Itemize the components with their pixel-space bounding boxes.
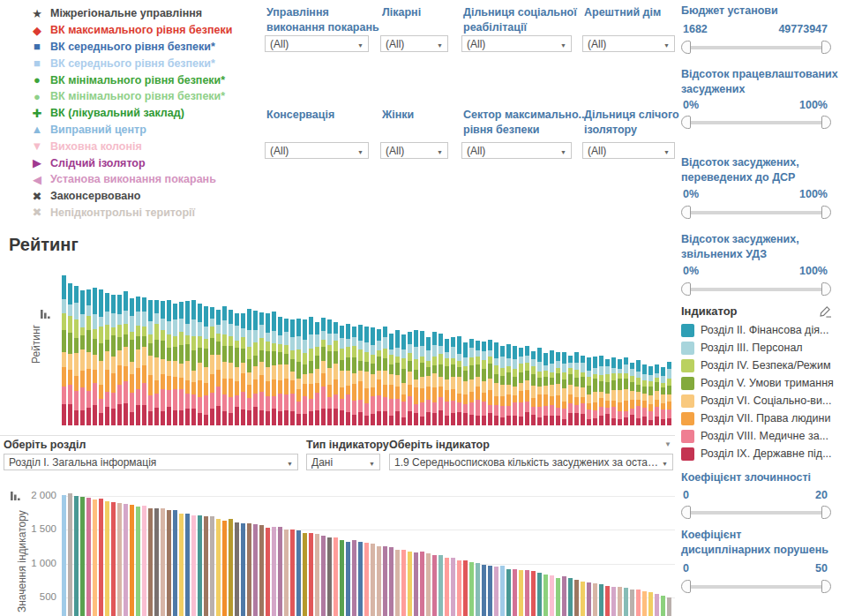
rating-bar[interactable] <box>191 300 196 425</box>
indicator-bar[interactable] <box>117 503 122 616</box>
indicator-bar[interactable] <box>222 521 227 616</box>
rating-bar[interactable] <box>334 322 338 425</box>
rating-bar[interactable] <box>642 364 647 425</box>
rating-bar[interactable] <box>105 293 109 425</box>
indicator-bar[interactable] <box>315 534 319 616</box>
legend-item[interactable]: ●ВК мінімального рівня безпеки* <box>30 71 261 88</box>
indicator-bar[interactable] <box>204 516 208 616</box>
rating-bar[interactable] <box>93 288 97 425</box>
rating-bar[interactable] <box>469 339 474 425</box>
indicator-bar[interactable] <box>611 587 616 616</box>
indicator-bar[interactable] <box>426 553 431 616</box>
rating-bar[interactable] <box>185 301 190 425</box>
rating-bar[interactable] <box>476 341 480 425</box>
rating-bar[interactable] <box>445 339 449 425</box>
range-slider[interactable] <box>681 41 831 55</box>
indicator-bar[interactable] <box>216 519 221 616</box>
rating-bar[interactable] <box>86 289 91 425</box>
rating-bar[interactable] <box>543 353 548 425</box>
indicator-bar[interactable] <box>371 544 375 616</box>
rating-bar[interactable] <box>531 351 536 425</box>
indicator-legend-item[interactable]: Розділ III. Персонал <box>681 339 842 357</box>
slider-max-handle[interactable] <box>821 506 831 519</box>
rating-bar[interactable] <box>401 334 406 425</box>
indicator-bar[interactable] <box>377 546 381 616</box>
sort-icon[interactable] <box>11 491 21 501</box>
rating-bar[interactable] <box>315 322 319 425</box>
indicator-bar[interactable] <box>519 570 523 616</box>
rating-bar[interactable] <box>111 295 116 425</box>
rating-bar[interactable] <box>426 337 431 425</box>
rating-bar[interactable] <box>130 298 134 425</box>
indicator-bar[interactable] <box>235 522 239 616</box>
rating-bar[interactable] <box>74 286 79 425</box>
rating-bar[interactable] <box>574 352 579 425</box>
rating-bar[interactable] <box>420 331 424 425</box>
indicator-bar[interactable] <box>296 530 301 616</box>
legend-item[interactable]: ●ВК мінімального рівня безпеки* <box>30 88 261 105</box>
indicator-bar[interactable] <box>605 586 610 616</box>
indicator-bar[interactable] <box>74 496 79 616</box>
sort-icon[interactable] <box>41 309 51 319</box>
rating-bar[interactable] <box>346 324 350 425</box>
legend-item[interactable]: ◀Установа виконання покарань <box>30 171 261 188</box>
indicator-bar[interactable] <box>154 508 159 616</box>
rating-bar[interactable] <box>432 332 437 425</box>
rating-bar[interactable] <box>451 337 455 425</box>
rating-bar[interactable] <box>550 350 554 425</box>
indicator-legend-item[interactable]: Розділ IX. Державне під... <box>681 445 842 462</box>
indicator-bar[interactable] <box>568 578 573 616</box>
indicator-bar[interactable] <box>543 575 548 616</box>
slider-track[interactable] <box>685 46 828 49</box>
select-indicator-dropdown[interactable]: 1.9 Середньоспискова кількість засуджени… <box>389 454 673 470</box>
indicator-legend-item[interactable]: Розділ V. Умови тримання <box>681 374 842 392</box>
indicator-bar[interactable] <box>148 508 153 616</box>
rating-bar[interactable] <box>167 300 171 425</box>
indicator-bar[interactable] <box>630 590 634 616</box>
rating-bar[interactable] <box>438 334 443 425</box>
range-slider[interactable] <box>681 116 831 130</box>
rating-bar[interactable] <box>457 336 461 425</box>
rating-bar[interactable] <box>303 319 307 425</box>
indicator-bar[interactable] <box>395 550 400 616</box>
rating-bar[interactable] <box>377 329 381 425</box>
indicator-bar[interactable] <box>556 578 560 616</box>
legend-item[interactable]: ✖Непідконтрольні території <box>30 205 261 222</box>
rating-bar[interactable] <box>62 275 66 425</box>
indicator-bar[interactable] <box>241 523 245 616</box>
rating-bar[interactable] <box>198 304 202 425</box>
indicator-bar[interactable] <box>525 570 529 616</box>
rating-bar[interactable] <box>68 283 72 425</box>
indicator-bar[interactable] <box>266 528 270 616</box>
slider-min-handle[interactable] <box>681 506 691 519</box>
indicator-legend-item[interactable]: Розділ II. Фінансова дія... <box>681 321 842 339</box>
indicator-bar[interactable] <box>642 591 647 616</box>
range-slider[interactable] <box>681 206 831 220</box>
rating-bar[interactable] <box>321 318 326 425</box>
indicator-bar[interactable] <box>167 510 171 616</box>
slider-track[interactable] <box>685 585 828 589</box>
indicator-bar[interactable] <box>247 523 251 616</box>
indicator-bar[interactable] <box>346 542 350 616</box>
indicator-bar[interactable] <box>210 516 214 616</box>
indicator-bar[interactable] <box>469 562 474 616</box>
indicator-bar[interactable] <box>93 500 97 616</box>
indicator-bar[interactable] <box>303 533 307 616</box>
slider-min-handle[interactable] <box>681 206 691 219</box>
rating-bar[interactable] <box>204 306 208 425</box>
indicator-bar[interactable] <box>463 560 468 616</box>
rating-bar[interactable] <box>408 332 412 425</box>
rating-bar[interactable] <box>500 346 505 425</box>
rating-bar[interactable] <box>364 327 369 425</box>
rating-bar[interactable] <box>537 348 542 425</box>
rating-bar[interactable] <box>309 317 313 425</box>
rating-bar[interactable] <box>482 342 486 425</box>
indicator-bar[interactable] <box>321 536 326 616</box>
indicator-bar[interactable] <box>432 555 437 616</box>
rating-bar[interactable] <box>253 311 258 425</box>
indicator-bar[interactable] <box>124 504 128 616</box>
filter-dropdown[interactable]: (All) <box>265 35 369 52</box>
rating-bar[interactable] <box>358 325 363 425</box>
indicator-bar[interactable] <box>105 501 109 616</box>
rating-bar[interactable] <box>389 334 394 425</box>
